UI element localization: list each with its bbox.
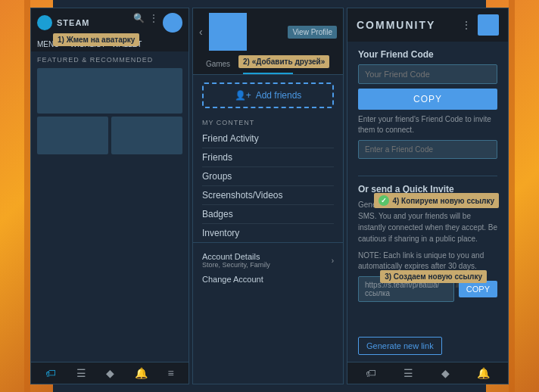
content-friend-activity[interactable]: Friend Activity: [202, 129, 334, 148]
content-groups[interactable]: Groups: [202, 167, 334, 186]
bottom-nav-list-icon[interactable]: ☰: [76, 367, 86, 379]
generate-section: 3) Создаем новую ссылку Generate new lin…: [358, 306, 497, 355]
left-bottom-nav: 🏷 ☰ ◆ 🔔 ≡: [31, 362, 188, 384]
left-content-area: FEATURED & RECOMMENDED: [31, 51, 188, 362]
change-account-item[interactable]: Change Account: [202, 272, 334, 287]
bottom-nav-bell-icon[interactable]: 🔔: [135, 367, 148, 379]
account-details-label: Account Details: [202, 252, 270, 261]
friend-code-input[interactable]: [358, 64, 497, 84]
bottom-nav-tag-icon[interactable]: 🏷: [45, 367, 56, 379]
right-nav-tag-icon[interactable]: 🏷: [366, 367, 376, 379]
community-content: Your Friend Code COPY Enter your friend'…: [347, 42, 508, 362]
community-title: COMMUNITY: [357, 19, 435, 31]
quick-invite-section: Or send a Quick Invite Generate a link t…: [358, 176, 497, 355]
annotation-step4-text: 4) Копируем новую ссылку: [392, 197, 494, 205]
ribbon-left: [24, 0, 30, 392]
content-inventory[interactable]: Inventory: [202, 224, 334, 242]
profile-avatar: [209, 13, 247, 51]
friend-code-section: Your Friend Code COPY Enter your friend'…: [358, 49, 497, 166]
add-friends-icon: 👤+: [235, 90, 251, 101]
tab-games[interactable]: Games: [193, 55, 243, 74]
featured-label: FEATURED & RECOMMENDED: [37, 56, 182, 64]
content-screenshots[interactable]: Screenshots/Videos: [202, 186, 334, 205]
right-nav-diamond-icon[interactable]: ◆: [441, 367, 450, 379]
steam-header-icons: 🔍 ⋮: [133, 13, 182, 33]
profile-popup-panel: ‹ View Profile 2) «Добавить друзей» Game…: [192, 8, 344, 384]
steam-client-panel: STEAM 🔍 ⋮ 1) Жмем на аватарку MENU ▾ WIS…: [30, 8, 189, 384]
content-friends[interactable]: Friends: [202, 148, 334, 167]
copy-link-button[interactable]: COPY: [459, 281, 497, 297]
view-profile-button[interactable]: View Profile: [288, 26, 337, 39]
account-details-item[interactable]: Account Details Store, Security, Family …: [202, 249, 334, 272]
menu-dots-icon[interactable]: ⋮: [149, 13, 158, 33]
featured-img-main: [37, 68, 182, 114]
ribbon-right: [509, 0, 515, 392]
annotation-step4: ✓ 4) Копируем новую ссылку: [374, 193, 499, 208]
right-nav-bell-icon[interactable]: 🔔: [477, 367, 490, 379]
featured-img-1: [37, 117, 108, 154]
featured-section: FEATURED & RECOMMENDED: [31, 51, 188, 159]
back-button[interactable]: ‹: [199, 26, 203, 38]
friend-code-label: Your Friend Code: [358, 49, 497, 60]
account-section: Account Details Store, Security, Family …: [193, 242, 343, 293]
profile-header: ‹ View Profile: [193, 8, 343, 55]
add-friends-button[interactable]: 👤+ Add friends: [202, 82, 334, 108]
enter-friend-code-input[interactable]: [358, 140, 497, 159]
annotation-step2: 2) «Добавить друзей»: [238, 55, 329, 68]
bottom-nav-diamond-icon[interactable]: ◆: [106, 367, 114, 379]
main-container: STEAM 🔍 ⋮ 1) Жмем на аватарку MENU ▾ WIS…: [30, 8, 509, 384]
community-menu-icon[interactable]: ⋮: [461, 19, 472, 31]
right-nav-list-icon[interactable]: ☰: [403, 367, 413, 379]
avatar[interactable]: [163, 13, 182, 33]
annotation-step3: 3) Создаем новую ссылку: [380, 270, 487, 283]
account-details-info: Account Details Store, Security, Family: [202, 252, 270, 269]
add-friends-label: Add friends: [256, 90, 302, 101]
search-icon[interactable]: 🔍: [133, 13, 145, 33]
account-details-sub: Store, Security, Family: [202, 261, 270, 269]
content-badges[interactable]: Badges: [202, 205, 334, 224]
community-header: COMMUNITY ⋮: [347, 8, 508, 42]
my-content-label: MY CONTENT: [193, 116, 343, 129]
steam-title: STEAM: [57, 18, 90, 27]
featured-images-grid: [37, 68, 182, 154]
chevron-right-icon: ›: [332, 257, 334, 265]
community-panel: COMMUNITY ⋮ steamgifts Your Friend Code …: [347, 8, 509, 384]
right-bottom-nav: 🏷 ☰ ◆ 🔔: [347, 362, 508, 384]
annotation-step1: 1) Жмем на аватарку: [53, 33, 139, 46]
steam-logo-icon: [37, 15, 52, 30]
featured-img-2: [111, 117, 182, 154]
community-avatar: [478, 14, 499, 36]
bottom-nav-menu-icon[interactable]: ≡: [168, 367, 174, 379]
friend-code-hint: Enter your friend's Friend Code to invit…: [358, 114, 497, 135]
friend-code-copy-button[interactable]: COPY: [358, 89, 497, 110]
check-icon: ✓: [379, 195, 389, 206]
quick-invite-expire-note: NOTE: Each link is unique to you and aut…: [358, 250, 497, 272]
content-list: Friend Activity Friends Groups Screensho…: [193, 129, 343, 242]
generate-link-button[interactable]: Generate new link: [358, 337, 442, 355]
